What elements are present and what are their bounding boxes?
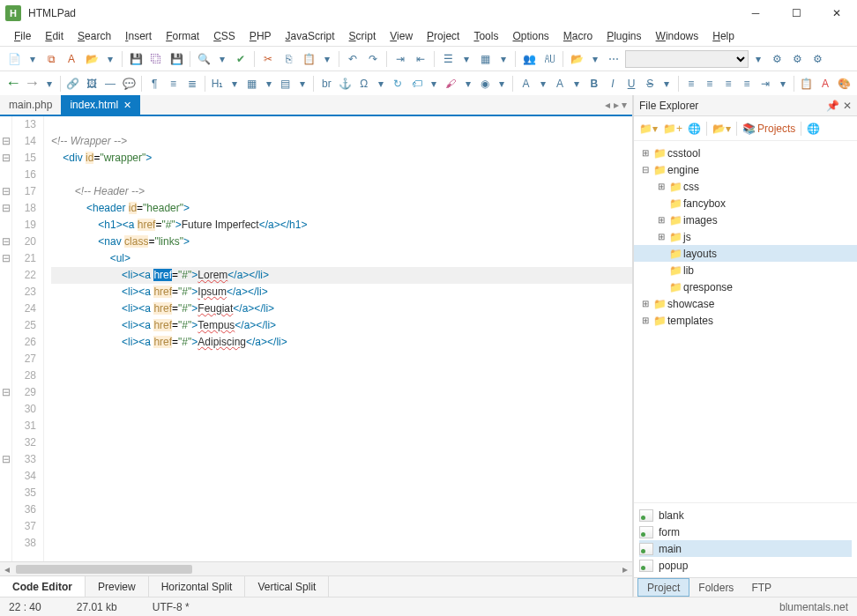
back-arrow-icon[interactable]: ← bbox=[5, 75, 21, 93]
tree-item-engine[interactable]: ⊟📁engine bbox=[634, 161, 857, 178]
tab-main-php[interactable]: main.php bbox=[0, 95, 61, 115]
dropdown-icon[interactable]: ▾ bbox=[751, 50, 765, 68]
explorer-tab-folders[interactable]: Folders bbox=[689, 578, 742, 597]
indent-icon[interactable]: ⇥ bbox=[391, 50, 409, 68]
dropdown-icon[interactable]: ▾ bbox=[776, 75, 789, 93]
menu-help[interactable]: Help bbox=[707, 28, 740, 44]
align-left-icon[interactable]: ≡ bbox=[683, 75, 699, 93]
menu-view[interactable]: View bbox=[384, 28, 418, 44]
tag-icon[interactable]: 🏷 bbox=[408, 75, 424, 93]
bold-icon[interactable]: B bbox=[586, 75, 602, 93]
new-file-icon[interactable]: 📄 bbox=[5, 50, 23, 68]
anchor-icon[interactable]: ⚓ bbox=[338, 75, 354, 93]
list-ol-icon[interactable]: ≣ bbox=[183, 75, 199, 93]
dropdown-icon[interactable]: ▾ bbox=[428, 75, 441, 93]
view-tab-preview[interactable]: Preview bbox=[86, 576, 149, 597]
view-tab-horizontal-split[interactable]: Horizontal Split bbox=[149, 576, 246, 597]
explorer-tab-ftp[interactable]: FTP bbox=[742, 578, 780, 597]
file-list[interactable]: blankformmainpopup bbox=[634, 502, 857, 577]
form-icon[interactable]: ▤ bbox=[278, 75, 294, 93]
save-icon[interactable]: 💾 bbox=[127, 50, 145, 68]
dropdown-icon[interactable]: ▾ bbox=[26, 50, 40, 68]
dropdown-icon[interactable]: ▾ bbox=[262, 75, 275, 93]
dropdown-icon[interactable]: ▾ bbox=[215, 50, 229, 68]
window-close-button[interactable]: ✕ bbox=[816, 0, 857, 26]
align-center-icon[interactable]: ≡ bbox=[702, 75, 718, 93]
folder-add-icon[interactable]: 📁+ bbox=[663, 122, 682, 135]
code-editor[interactable]: ⊟⊟⊟⊟⊟⊟⊟⊟ 1314151617181920212223242526272… bbox=[0, 116, 632, 561]
dropdown-icon[interactable]: ▾ bbox=[570, 75, 584, 93]
lang-icon[interactable]: ㍳ bbox=[540, 50, 558, 68]
line-icon[interactable]: — bbox=[102, 75, 118, 93]
menu-search[interactable]: Search bbox=[72, 28, 116, 44]
menu-javascript[interactable]: JavaScript bbox=[280, 28, 340, 44]
tree-item-js[interactable]: ⊞📁js bbox=[634, 228, 857, 245]
tree-item-images[interactable]: ⊞📁images bbox=[634, 212, 857, 228]
brackets-icon[interactable]: ⋯ bbox=[605, 50, 622, 68]
paste-icon[interactable]: 📋 bbox=[300, 50, 317, 68]
strike-icon[interactable]: S bbox=[642, 75, 658, 93]
tree-item-lib[interactable]: 📁lib bbox=[634, 262, 857, 278]
refresh-icon[interactable]: 🌐 bbox=[688, 122, 701, 135]
file-item-popup[interactable]: popup bbox=[639, 557, 852, 574]
menu-project[interactable]: Project bbox=[421, 28, 465, 44]
tab-index-html[interactable]: index.html✕ bbox=[61, 95, 140, 115]
copy-icon[interactable]: ⎘ bbox=[279, 50, 297, 68]
dropdown-icon[interactable]: ▾ bbox=[375, 75, 388, 93]
save-as-icon[interactable]: 💾 bbox=[168, 50, 185, 68]
menu-options[interactable]: Options bbox=[507, 28, 554, 44]
search-icon[interactable]: 🔍 bbox=[195, 50, 212, 68]
menu-windows[interactable]: Windows bbox=[651, 28, 704, 44]
layout-icon[interactable]: ☰ bbox=[439, 50, 457, 68]
menu-php[interactable]: PHP bbox=[244, 28, 277, 44]
panel-close-icon[interactable]: ✕ bbox=[843, 100, 852, 112]
menu-format[interactable]: Format bbox=[160, 28, 205, 44]
tree-item-templates[interactable]: ⊞📁templates bbox=[634, 312, 857, 329]
file-item-main[interactable]: main bbox=[639, 540, 852, 557]
new-letter-icon[interactable]: A bbox=[63, 50, 80, 68]
br-icon[interactable]: br bbox=[318, 75, 334, 93]
align-justify-icon[interactable]: ≡ bbox=[739, 75, 755, 93]
align-right-icon[interactable]: ≡ bbox=[720, 75, 736, 93]
redo-icon[interactable]: ↷ bbox=[364, 50, 382, 68]
new-window-icon[interactable]: ⧉ bbox=[42, 50, 60, 68]
browser-icon[interactable]: 🌐 bbox=[807, 122, 820, 135]
dropdown-icon[interactable]: ▾ bbox=[536, 75, 549, 93]
italic-icon[interactable]: I bbox=[605, 75, 621, 93]
paragraph-icon[interactable]: ¶ bbox=[146, 75, 162, 93]
undo-icon[interactable]: ↶ bbox=[344, 50, 361, 68]
menu-tools[interactable]: Tools bbox=[468, 28, 503, 44]
project-tree[interactable]: ⊞📁csstool⊟📁engine⊞📁css📁fancybox⊞📁images⊞… bbox=[634, 141, 857, 502]
pin-icon[interactable]: 📌 bbox=[826, 100, 839, 112]
menu-edit[interactable]: Edit bbox=[40, 28, 69, 44]
folder-open-icon[interactable]: 📂▾ bbox=[712, 122, 731, 135]
omega-icon[interactable]: Ω bbox=[356, 75, 372, 93]
dropdown-icon[interactable]: ▾ bbox=[496, 50, 510, 68]
forward-arrow-icon[interactable]: → bbox=[24, 75, 40, 93]
explorer-tab-project[interactable]: Project bbox=[637, 578, 689, 597]
list-ul-icon[interactable]: ≡ bbox=[165, 75, 181, 93]
table-icon[interactable]: ▦ bbox=[243, 75, 259, 93]
view-tab-vertical-split[interactable]: Vertical Split bbox=[245, 576, 329, 597]
nav-icon[interactable]: 👥 bbox=[520, 50, 538, 68]
palette-icon[interactable]: 🎨 bbox=[836, 75, 852, 93]
spellcheck-icon[interactable]: ✔ bbox=[232, 50, 250, 68]
dropdown-icon[interactable]: ▾ bbox=[320, 50, 334, 68]
horizontal-scrollbar[interactable]: ◂▸ bbox=[0, 561, 632, 575]
dropdown-icon[interactable]: ▾ bbox=[496, 75, 509, 93]
cut-icon[interactable]: ✂ bbox=[259, 50, 277, 68]
gear3-icon[interactable]: ⚙ bbox=[809, 50, 826, 68]
link-icon[interactable]: 🔗 bbox=[65, 75, 81, 93]
menu-insert[interactable]: Insert bbox=[120, 28, 157, 44]
window-minimize-button[interactable]: ─ bbox=[735, 0, 776, 26]
heading-icon[interactable]: H₁ bbox=[210, 75, 226, 93]
highlight-icon[interactable]: A bbox=[817, 75, 833, 93]
menu-plugins[interactable]: Plugins bbox=[601, 28, 646, 44]
dropdown-icon[interactable]: ▾ bbox=[228, 75, 242, 93]
open-folder-icon[interactable]: 📂 bbox=[83, 50, 101, 68]
view-tab-code-editor[interactable]: Code Editor bbox=[0, 576, 86, 597]
projects-button[interactable]: 📚 Projects bbox=[742, 122, 795, 135]
clipboard-icon[interactable]: 📋 bbox=[799, 75, 815, 93]
comment-icon[interactable]: 💬 bbox=[121, 75, 137, 93]
save-all-icon[interactable]: ⿻ bbox=[147, 50, 165, 68]
